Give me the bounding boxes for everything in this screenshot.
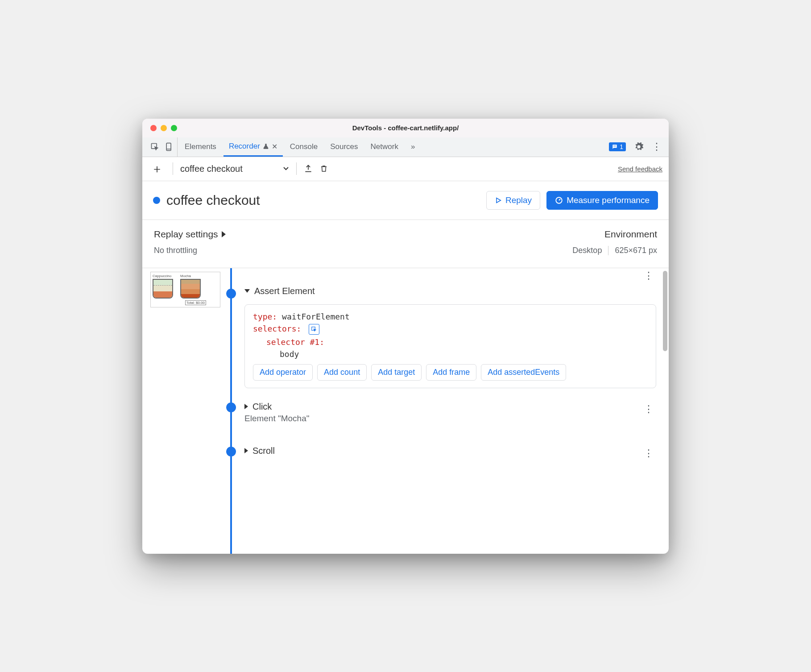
measure-label: Measure performance: [567, 195, 650, 205]
tab-recorder-label: Recorder: [229, 142, 260, 151]
tab-elements-label: Elements: [185, 142, 216, 151]
viewport-value: 625×671 px: [615, 246, 657, 255]
step-header[interactable]: Assert Element: [244, 286, 656, 296]
step-menu-icon[interactable]: [644, 270, 653, 282]
step-header[interactable]: Scroll: [244, 446, 656, 456]
recording-name: coffee checkout: [180, 164, 243, 174]
step-dot-icon: [226, 289, 236, 299]
step-dot-icon: [226, 402, 236, 412]
screenshot-thumbnail-column: Cappuccino Mocha Total: $0.00: [142, 268, 225, 554]
new-recording-icon[interactable]: ＋: [149, 161, 166, 177]
prop-value: waitForElement: [282, 312, 350, 321]
add-asserted-events-button[interactable]: Add assertedEvents: [481, 364, 566, 381]
close-tab-icon[interactable]: ✕: [272, 142, 277, 151]
devtools-window: DevTools - coffee-cart.netlify.app/ Elem…: [142, 119, 669, 554]
prop-value: body: [280, 349, 299, 359]
device-toggle-icon[interactable]: [165, 142, 174, 152]
settings-gear-icon[interactable]: [634, 142, 644, 152]
play-icon: [495, 197, 502, 204]
issues-badge[interactable]: 1: [609, 142, 626, 151]
step-dot-icon: [226, 447, 236, 456]
chat-icon: [612, 144, 618, 150]
step-subtitle: Element "Mocha": [244, 414, 656, 423]
recording-selector[interactable]: coffee checkout: [180, 164, 289, 174]
device-value: Desktop: [572, 246, 608, 255]
prop-key: selector #1: [266, 337, 319, 347]
divider: [173, 162, 173, 175]
measure-performance-button[interactable]: Measure performance: [546, 191, 658, 210]
issues-count: 1: [620, 143, 623, 150]
window-title: DevTools - coffee-cart.netlify.app/: [142, 124, 669, 132]
settings-row: Replay settings No throttling Environmen…: [142, 220, 669, 268]
mug-icon: [153, 279, 173, 299]
replay-settings-toggle[interactable]: Replay settings: [154, 229, 226, 240]
add-count-button[interactable]: Add count: [317, 364, 367, 381]
export-icon[interactable]: [304, 164, 313, 174]
send-feedback-link[interactable]: Send feedback: [618, 165, 662, 173]
svg-rect-3: [613, 146, 616, 146]
mug-label: Mocha: [180, 274, 206, 278]
minimize-window-icon[interactable]: [161, 125, 167, 131]
tab-network[interactable]: Network: [365, 137, 404, 157]
tab-recorder[interactable]: Recorder ✕: [223, 137, 283, 157]
tab-network-label: Network: [371, 142, 398, 151]
gauge-icon: [555, 196, 563, 204]
close-window-icon[interactable]: [150, 125, 157, 131]
status-dot-icon: [153, 197, 160, 204]
throttling-value: No throttling: [154, 246, 226, 255]
add-frame-button[interactable]: Add frame: [426, 364, 476, 381]
replay-button[interactable]: Replay: [486, 191, 540, 210]
recorder-toolbar: ＋ coffee checkout Send feedback: [142, 157, 669, 181]
step-title: Scroll: [252, 446, 275, 456]
mug-label: Cappuccino: [153, 274, 178, 278]
step-header[interactable]: Click: [244, 402, 656, 412]
recording-header: coffee checkout Replay Measure performan…: [142, 181, 669, 220]
caret-down-icon: [244, 289, 250, 293]
recording-title: coffee checkout: [166, 193, 260, 208]
step-title: Assert Element: [254, 286, 315, 296]
replay-label: Replay: [505, 195, 532, 205]
add-target-button[interactable]: Add target: [371, 364, 422, 381]
maximize-window-icon[interactable]: [171, 125, 177, 131]
replay-settings-label: Replay settings: [154, 229, 218, 240]
inspect-icon[interactable]: [150, 142, 159, 151]
traffic-lights: [142, 125, 177, 131]
divider: [296, 162, 297, 175]
more-tabs[interactable]: »: [406, 137, 420, 157]
chevrons-icon: »: [411, 142, 415, 151]
step-scroll: Scroll: [225, 446, 656, 456]
step-title: Click: [252, 402, 272, 412]
total-badge: Total: $0.00: [185, 300, 206, 305]
add-operator-button[interactable]: Add operator: [253, 364, 313, 381]
tab-elements[interactable]: Elements: [179, 137, 222, 157]
tab-console-label: Console: [290, 142, 318, 151]
step-details-panel: type: waitForElement selectors: selector…: [244, 304, 656, 388]
step-assert-element: Assert Element type: waitForElement sele…: [225, 268, 656, 388]
step-click: Click Element "Mocha": [225, 402, 656, 423]
tab-sources[interactable]: Sources: [325, 137, 363, 157]
timeline-main: Cappuccino Mocha Total: $0.00 Assert Ele…: [142, 268, 669, 554]
svg-rect-1: [166, 143, 171, 151]
tab-console[interactable]: Console: [285, 137, 323, 157]
titlebar: DevTools - coffee-cart.netlify.app/: [142, 119, 669, 137]
tab-sources-label: Sources: [330, 142, 358, 151]
flask-icon: [263, 143, 269, 150]
environment-label: Environment: [572, 229, 657, 240]
chevron-down-icon: [283, 166, 289, 171]
caret-right-icon: [244, 404, 248, 409]
steps-timeline: Assert Element type: waitForElement sele…: [225, 268, 669, 554]
kebab-menu-icon[interactable]: ⋮: [652, 141, 662, 153]
step-menu-icon[interactable]: [644, 448, 653, 459]
step-menu-icon[interactable]: [644, 403, 653, 415]
prop-key: type: [253, 312, 272, 321]
delete-icon[interactable]: [320, 164, 328, 174]
screenshot-thumbnail[interactable]: Cappuccino Mocha Total: $0.00: [150, 272, 220, 307]
caret-right-icon: [244, 448, 248, 453]
prop-key: selectors: [253, 324, 297, 333]
caret-right-icon: [222, 231, 226, 237]
mug-icon: [180, 279, 201, 299]
devtools-tabbar: Elements Recorder ✕ Console Sources Netw…: [142, 137, 669, 157]
select-element-icon[interactable]: [309, 324, 319, 335]
